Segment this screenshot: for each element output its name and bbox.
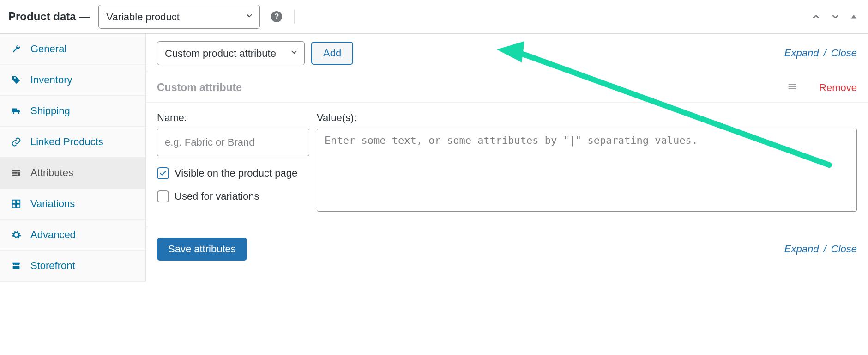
visible-checkbox-label: Visible on the product page: [175, 167, 297, 179]
product-type-select[interactable]: Variable product: [98, 5, 260, 29]
tab-advanced[interactable]: Advanced: [0, 220, 145, 251]
tab-attributes[interactable]: Attributes: [0, 158, 145, 189]
help-icon[interactable]: ?: [271, 11, 282, 22]
tab-label: Variations: [30, 198, 75, 210]
close-link[interactable]: Close: [831, 47, 857, 59]
attributes-footer: Save attributes Expand / Close: [146, 228, 868, 270]
expand-link[interactable]: Expand: [784, 243, 819, 255]
used-for-variations-label: Used for variations: [175, 190, 259, 202]
tab-label: Shipping: [30, 105, 70, 117]
attribute-header[interactable]: Custom attribute Remove: [146, 73, 868, 103]
move-up-button[interactable]: [809, 10, 823, 24]
tab-label: General: [30, 43, 66, 55]
attribute-heading: Custom attribute: [157, 81, 242, 94]
name-label: Name:: [157, 112, 309, 124]
collapse-toggle-icon[interactable]: [848, 11, 860, 23]
truck-icon: [10, 106, 22, 116]
tab-general[interactable]: General: [0, 34, 145, 65]
tab-label: Inventory: [30, 74, 72, 86]
add-attribute-button[interactable]: Add: [311, 42, 353, 65]
visible-checkbox[interactable]: [157, 167, 169, 179]
expand-link[interactable]: Expand: [784, 47, 819, 59]
tab-shipping[interactable]: Shipping: [0, 96, 145, 127]
tab-inventory[interactable]: Inventory: [0, 65, 145, 96]
panel-header: Product data — Variable product ?: [0, 0, 868, 34]
tab-linked-products[interactable]: Linked Products: [0, 127, 145, 158]
tab-label: Storefront: [30, 260, 75, 272]
tab-label: Linked Products: [30, 136, 103, 148]
wrench-icon: [10, 44, 22, 54]
link-icon: [10, 137, 22, 147]
divider: [294, 10, 295, 24]
list-icon: [10, 168, 22, 178]
tab-storefront[interactable]: Storefront: [0, 251, 145, 282]
grid-icon: [10, 199, 22, 209]
attribute-values-textarea[interactable]: [317, 129, 857, 212]
attributes-toolbar: Custom product attribute Add Expand / Cl…: [146, 34, 868, 73]
attribute-type-select[interactable]: Custom product attribute: [157, 41, 305, 65]
close-link[interactable]: Close: [831, 243, 857, 255]
save-attributes-button[interactable]: Save attributes: [157, 238, 247, 261]
tab-label: Attributes: [30, 167, 73, 179]
remove-attribute-link[interactable]: Remove: [819, 82, 857, 94]
panel-body: General Inventory Shipping Linked Produc…: [0, 34, 868, 282]
product-data-tabs: General Inventory Shipping Linked Produc…: [0, 34, 146, 282]
panel-title: Product data —: [8, 10, 90, 23]
drag-handle-icon[interactable]: [787, 82, 798, 93]
used-for-variations-checkbox[interactable]: [157, 190, 169, 202]
values-label: Value(s):: [317, 112, 857, 124]
attribute-block: Custom attribute Remove Name:: [146, 73, 868, 228]
tab-variations[interactable]: Variations: [0, 189, 145, 220]
gear-icon: [10, 230, 22, 240]
storefront-icon: [10, 261, 22, 271]
tab-label: Advanced: [30, 229, 76, 241]
attribute-name-input[interactable]: [157, 129, 309, 156]
tab-content: Custom product attribute Add Expand / Cl…: [146, 34, 868, 282]
move-down-button[interactable]: [828, 10, 842, 24]
tag-icon: [10, 75, 22, 85]
